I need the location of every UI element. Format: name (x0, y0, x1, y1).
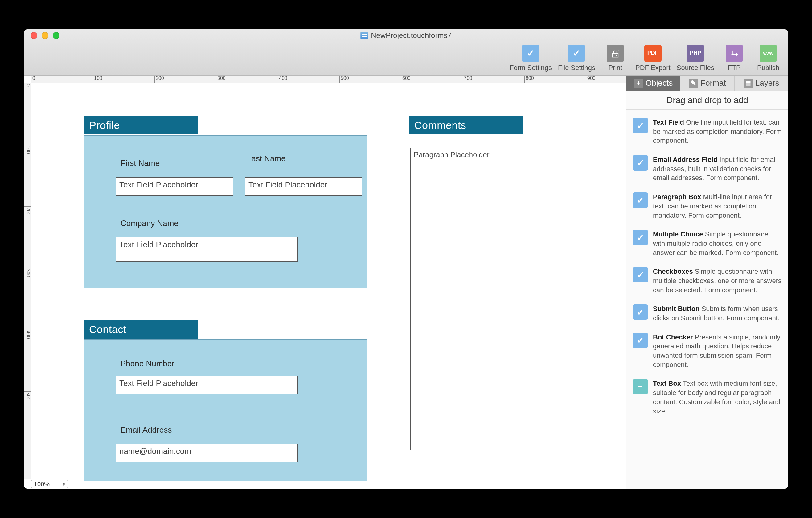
titlebar: NewProject.touchforms7 Form Settings Fil… (24, 29, 788, 76)
checkboxes-icon (633, 267, 648, 282)
paragraph-box-description: Paragraph Box Multi-line input area for … (653, 193, 782, 220)
object-bot-checker[interactable]: Bot Checker Presents a simple, randomly … (631, 328, 784, 374)
tab-layers[interactable]: ≣ Layers (735, 76, 788, 91)
file-settings-label: File Settings (558, 64, 595, 72)
multiple-choice-icon (633, 230, 648, 245)
window-title-text: NewProject.touchforms7 (371, 31, 451, 40)
object-text-box[interactable]: Text Box Text box with medium font size,… (631, 374, 784, 421)
tab-format-label: Format (700, 78, 726, 88)
comments-paragraph-box[interactable]: Paragraph Placeholder (410, 148, 600, 450)
toolbar-publish[interactable]: Publish (754, 45, 782, 72)
tab-objects[interactable]: + Objects (627, 76, 680, 91)
last-name-label[interactable]: Last Name (247, 154, 286, 164)
object-email-field[interactable]: Email Address Field Input field for emai… (631, 150, 784, 188)
first-name-label[interactable]: First Name (120, 159, 160, 168)
minimize-window-button[interactable] (41, 32, 49, 39)
object-text-field[interactable]: Text Field One line input field for text… (631, 113, 784, 150)
submit-button-description: Submit Button Submits form when users cl… (653, 304, 782, 322)
toolbar-print[interactable]: Print (602, 45, 629, 72)
horizontal-ruler: 0100200300400500600700800900 (31, 76, 626, 83)
first-name-field[interactable]: Text Field Placeholder (116, 177, 233, 196)
close-window-button[interactable] (31, 32, 37, 39)
object-multiple-choice[interactable]: Multiple Choice Simple questionnaire wit… (631, 225, 784, 262)
toolbar-pdf-export[interactable]: PDF Export (635, 45, 670, 72)
vruler-tick: 400 (24, 329, 31, 339)
text-box-icon (633, 379, 648, 394)
toolbar: Form Settings File Settings Print PDF Ex… (24, 41, 788, 75)
zoom-window-button[interactable] (53, 32, 59, 39)
phone-number-field[interactable]: Text Field Placeholder (116, 376, 298, 394)
toolbar-ftp[interactable]: FTP (720, 45, 748, 72)
toolbar-file-settings[interactable]: File Settings (558, 45, 595, 72)
bot-checker-icon (633, 333, 648, 348)
email-field-icon (633, 155, 648, 171)
vruler-tick: 500 (24, 391, 31, 401)
canvas-viewport[interactable]: Profile First Name Last Name Text Field … (31, 83, 626, 489)
contact-title[interactable]: Contact (84, 320, 198, 339)
vruler-tick: 0 (24, 83, 31, 87)
vruler-tick: 300 (24, 268, 31, 277)
canvas[interactable]: Profile First Name Last Name Text Field … (31, 83, 608, 465)
submit-button-icon (633, 304, 648, 320)
form-settings-icon (522, 45, 539, 62)
format-icon: ✎ (689, 79, 698, 88)
last-name-field[interactable]: Text Field Placeholder (245, 177, 362, 196)
paragraph-box-icon (633, 193, 648, 208)
print-label: Print (608, 64, 622, 72)
phone-number-label[interactable]: Phone Number (120, 359, 174, 369)
tab-format[interactable]: ✎ Format (680, 76, 734, 91)
vruler-tick: 100 (24, 145, 31, 154)
hruler-tick: 800 (524, 76, 534, 83)
print-icon (607, 45, 624, 62)
publish-label: Publish (757, 64, 779, 72)
file-settings-icon (568, 45, 585, 62)
text-field-icon (633, 118, 648, 133)
ftp-icon (726, 45, 743, 62)
object-paragraph-box[interactable]: Paragraph Box Multi-line input area for … (631, 188, 784, 225)
multiple-choice-description: Multiple Choice Simple questionnaire wit… (653, 230, 782, 257)
email-address-field[interactable]: name@domain.com (116, 444, 298, 462)
email-address-label[interactable]: Email Address (120, 425, 172, 435)
tab-objects-label: Objects (645, 78, 673, 88)
company-name-field[interactable]: Text Field Placeholder (116, 237, 298, 262)
hruler-tick: 0 (31, 76, 35, 83)
hruler-tick: 200 (154, 76, 164, 83)
zoom-stepper-icon[interactable]: ▲▼ (62, 482, 65, 487)
app-window: NewProject.touchforms7 Form Settings Fil… (24, 29, 788, 489)
window-controls (24, 32, 59, 39)
publish-icon (760, 45, 777, 62)
bot-checker-description: Bot Checker Presents a simple, randomly … (653, 333, 782, 369)
comments-title[interactable]: Comments (409, 116, 523, 135)
hruler-tick: 900 (586, 76, 596, 83)
ftp-label: FTP (728, 64, 741, 72)
toolbar-source-files[interactable]: Source Files (677, 45, 714, 72)
layers-icon: ≣ (744, 79, 753, 88)
source-files-label: Source Files (677, 64, 714, 72)
profile-title[interactable]: Profile (84, 116, 198, 135)
pdf-export-icon (644, 45, 662, 62)
window-title: NewProject.touchforms7 (360, 31, 451, 40)
drag-drop-hint: Drag and drop to add (627, 91, 788, 110)
vertical-ruler: 0100200300400500 (24, 83, 31, 480)
hruler-tick: 500 (340, 76, 349, 83)
email-field-description: Email Address Field Input field for emai… (653, 155, 782, 182)
text-box-description: Text Box Text box with medium font size,… (653, 379, 782, 415)
vruler-tick: 200 (24, 206, 31, 215)
hruler-tick: 600 (401, 76, 411, 83)
object-checkboxes[interactable]: Checkboxes Simple questionnaire with mul… (631, 262, 784, 299)
document-icon (360, 32, 368, 39)
tab-layers-label: Layers (755, 78, 779, 88)
zoom-selector[interactable]: 100% ▲▼ (31, 480, 68, 488)
hruler-tick: 300 (216, 76, 226, 83)
source-files-icon (687, 45, 704, 62)
company-name-label[interactable]: Company Name (120, 219, 178, 228)
toolbar-form-settings[interactable]: Form Settings (510, 45, 552, 72)
hruler-tick: 100 (93, 76, 103, 83)
hruler-tick: 400 (278, 76, 287, 83)
canvas-area: 0100200300400500600700800900 01002003004… (24, 76, 627, 489)
objects-list[interactable]: Text Field One line input field for text… (627, 110, 788, 489)
object-submit-button[interactable]: Submit Button Submits form when users cl… (631, 299, 784, 327)
checkboxes-description: Checkboxes Simple questionnaire with mul… (653, 267, 782, 294)
inspector-panel: + Objects ✎ Format ≣ Layers Drag and dro… (627, 76, 788, 489)
pdf-export-label: PDF Export (635, 64, 670, 72)
